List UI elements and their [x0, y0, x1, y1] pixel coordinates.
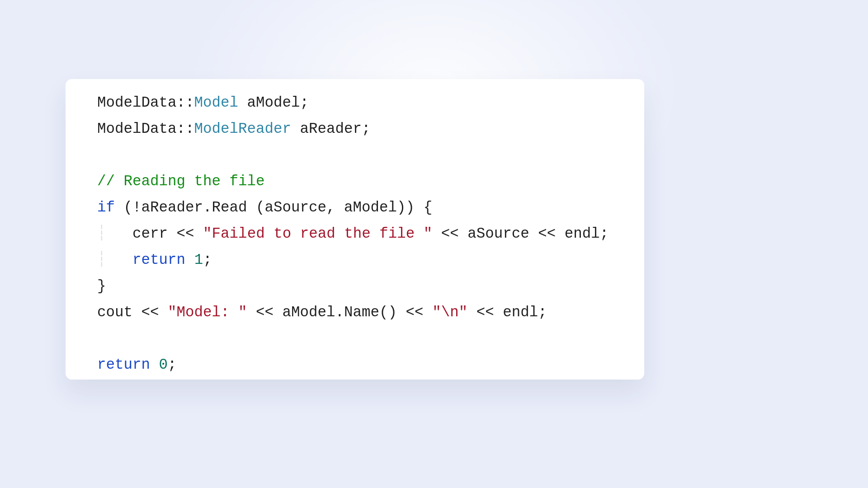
code-line-4: // Reading the file [97, 173, 265, 190]
code-line-11: return 0; [97, 357, 177, 373]
code-line-6: ┆ cerr << "Failed to read the file " << … [97, 225, 609, 242]
code-line-5: if (!aReader.Read (aSource, aModel)) { [97, 199, 432, 216]
code-line-8: } [97, 278, 106, 295]
code-block: ModelData::Model aModel; ModelData::Mode… [97, 90, 644, 378]
code-line-9: cout << "Model: " << aModel.Name() << "\… [97, 304, 547, 321]
code-line-7: ┆ return 1; [97, 252, 212, 268]
code-card: ModelData::Model aModel; ModelData::Mode… [66, 79, 644, 380]
code-line-1: ModelData::Model aModel; [97, 94, 309, 111]
code-line-2: ModelData::ModelReader aReader; [97, 121, 371, 137]
